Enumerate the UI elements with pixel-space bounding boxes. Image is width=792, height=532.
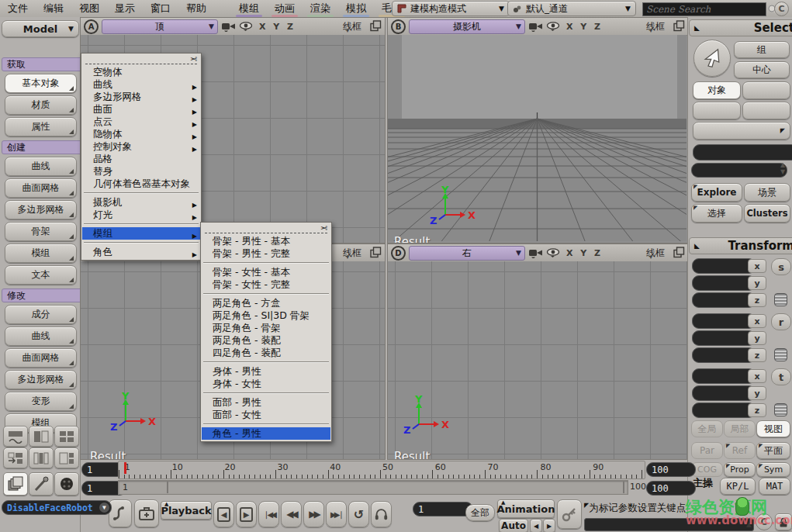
model-submenu-item-16[interactable]: 面部 - 女性 bbox=[202, 409, 330, 421]
go-last-frame-button[interactable]: ▶▶❘ bbox=[326, 501, 347, 527]
viewport-letter-badge[interactable]: A bbox=[84, 19, 99, 34]
viewport-letter-badge[interactable]: B bbox=[391, 19, 406, 34]
selection-text-field-2[interactable] bbox=[691, 163, 787, 178]
sym-button[interactable]: ◤Sym bbox=[756, 462, 790, 477]
playback-panel-button[interactable]: ▲ Playback bbox=[161, 501, 212, 520]
animation-menu-button[interactable]: ▲ Animation bbox=[497, 499, 555, 518]
filter-button-blank-3[interactable] bbox=[742, 102, 790, 119]
mat-button[interactable]: MAT bbox=[759, 478, 790, 495]
transform-s-z-axis-button[interactable]: z bbox=[748, 293, 766, 307]
menubar-item-5[interactable]: 帮助 bbox=[178, 0, 214, 17]
transform-t-y-field[interactable] bbox=[692, 385, 756, 401]
resize-viewport-icon[interactable] bbox=[673, 247, 685, 258]
model-submenu-item-15[interactable]: 面部 - 男性 bbox=[202, 396, 330, 409]
model-submenu-item-6[interactable]: 两足角色 - 方盒 bbox=[202, 297, 330, 309]
split-vertical-layout-button[interactable] bbox=[29, 426, 54, 447]
model-submenu-item-8[interactable]: 两足角色 - 骨架 bbox=[202, 322, 330, 334]
transform-t-x-axis-button[interactable]: x bbox=[748, 369, 766, 383]
layers-button[interactable] bbox=[3, 472, 28, 496]
wand-button[interactable] bbox=[29, 472, 54, 496]
shading-mode-dropdown[interactable]: 线框 bbox=[343, 247, 361, 260]
viewport-view-dropdown[interactable]: 摄影机 ▼ bbox=[409, 19, 525, 34]
menubar-module-1[interactable]: 动画 bbox=[267, 0, 303, 17]
resize-viewport-icon[interactable] bbox=[673, 20, 685, 32]
selection-button[interactable]: ◤选择 bbox=[691, 204, 742, 223]
plot-tools-button[interactable] bbox=[134, 499, 159, 527]
fast-back-button[interactable]: ◀◀ bbox=[281, 501, 302, 527]
scene-search-input[interactable] bbox=[643, 4, 767, 15]
transform-panel-header[interactable]: ◣ Transform bbox=[689, 237, 792, 254]
primitives-menu-item-11[interactable]: 摄影机▶ bbox=[82, 196, 200, 209]
primitives-menu-item-16[interactable]: 角色▶ bbox=[82, 246, 200, 258]
global-mode-button[interactable]: 全局 bbox=[691, 420, 723, 437]
select-tool-button[interactable] bbox=[693, 40, 731, 77]
viewport-view-dropdown[interactable]: 右 ▼ bbox=[409, 246, 525, 261]
transform-r-z-field[interactable] bbox=[692, 347, 756, 363]
palette-button[interactable] bbox=[54, 472, 79, 496]
primitives-menu-item-12[interactable]: 灯光▶ bbox=[82, 209, 200, 221]
left-button-成分[interactable]: 成分 bbox=[5, 305, 77, 324]
menu-tearoff-strip[interactable]: ✂ bbox=[85, 56, 197, 64]
model-submenu-item-0[interactable]: 骨架 - 男性 - 基本 bbox=[202, 235, 330, 247]
left-button-曲线[interactable]: 曲线 bbox=[5, 326, 77, 346]
eye-icon[interactable] bbox=[546, 247, 560, 258]
model-submenu-item-3[interactable]: 骨架 - 女性 - 基本 bbox=[202, 266, 330, 278]
transform-r-button[interactable]: r bbox=[771, 313, 791, 330]
shading-mode-dropdown[interactable]: 线框 bbox=[646, 247, 665, 260]
step-forward-button[interactable]: ▶ bbox=[236, 501, 257, 527]
transform-t-z-axis-button[interactable]: z bbox=[748, 403, 766, 417]
kpl-button[interactable]: KP/L bbox=[720, 478, 756, 495]
prev-arrow-button[interactable]: ◀ bbox=[530, 519, 542, 532]
resize-viewport-icon[interactable] bbox=[370, 247, 382, 258]
model-submenu-item-12[interactable]: 身体 - 男性 bbox=[202, 365, 330, 378]
cog-button[interactable]: COG bbox=[691, 462, 723, 477]
par-mode-button[interactable]: Par bbox=[691, 442, 723, 459]
step-back-button[interactable]: ◀ bbox=[213, 501, 234, 527]
transform-r-y-field[interactable] bbox=[692, 330, 756, 346]
model-submenu-item-18[interactable]: 角色 - 男性 bbox=[202, 427, 330, 440]
transform-s-y-axis-button[interactable]: y bbox=[748, 276, 766, 290]
model-submenu-item-9[interactable]: 两足角色 - 装配 bbox=[202, 334, 330, 347]
current-frame-field[interactable]: 1 bbox=[413, 502, 473, 516]
range-handle[interactable] bbox=[623, 482, 624, 493]
shading-mode-dropdown[interactable]: 线框 bbox=[343, 20, 361, 33]
filter-button-blank-1[interactable] bbox=[742, 81, 790, 99]
transform-s-z-field[interactable] bbox=[692, 292, 756, 308]
timeline-end-field[interactable]: 100 bbox=[646, 462, 696, 477]
group-button[interactable]: 组 bbox=[734, 41, 790, 58]
transform-s-x-field[interactable] bbox=[692, 258, 756, 274]
transform-t-y-axis-button[interactable]: y bbox=[748, 386, 766, 400]
transform-r-z-axis-button[interactable]: z bbox=[748, 348, 766, 362]
explore-button[interactable]: ◤Explore bbox=[691, 183, 742, 202]
loop-button[interactable]: ↺ bbox=[348, 501, 369, 527]
left-button-文本[interactable]: 文本 bbox=[5, 265, 77, 285]
model-submenu-item-7[interactable]: 两足角色 - SI|3D 骨架 bbox=[202, 309, 330, 322]
transform-r-x-field[interactable] bbox=[692, 313, 756, 329]
left-button-曲面网格[interactable]: 曲面网格 bbox=[5, 348, 77, 368]
quad-layout-button[interactable] bbox=[54, 426, 79, 447]
viewport-view-dropdown[interactable]: 顶 ▼ bbox=[102, 19, 218, 34]
scene-search-box[interactable] bbox=[642, 2, 766, 16]
left-button-曲面网格[interactable]: 曲面网格 bbox=[5, 178, 77, 198]
left-button-模组[interactable]: 模组 bbox=[5, 244, 77, 263]
primitives-menu-item-3[interactable]: 曲面▶ bbox=[82, 103, 200, 116]
selection-text-field-1[interactable] bbox=[693, 144, 792, 161]
axis-filter-buttons[interactable]: X Y Z bbox=[566, 248, 603, 258]
menubar-item-2[interactable]: 视图 bbox=[71, 0, 107, 17]
camera-icon[interactable] bbox=[528, 247, 543, 258]
left-button-骨架[interactable]: 骨架 bbox=[5, 222, 77, 241]
viewport-b[interactable]: B 摄影机 ▼ X Y Z 线框 Y X bbox=[387, 17, 689, 244]
menubar-module-0[interactable]: 模组 bbox=[231, 0, 267, 17]
primitives-menu-item-8[interactable]: 替身 bbox=[82, 165, 200, 178]
local-mode-button[interactable]: 局部 bbox=[724, 420, 756, 437]
menubar-item-4[interactable]: 窗口 bbox=[143, 0, 178, 17]
model-submenu-item-4[interactable]: 骨架 - 女性 - 完整 bbox=[202, 278, 330, 291]
primitives-menu-item-4[interactable]: 点云▶ bbox=[82, 116, 200, 128]
effects-dropdown[interactable]: DisableFaceRobot ▼ bbox=[2, 500, 112, 515]
resize-viewport-icon[interactable] bbox=[370, 20, 382, 32]
camera-icon[interactable] bbox=[528, 21, 543, 32]
module-switcher-dropdown[interactable]: Model ▼ bbox=[2, 20, 79, 37]
camera-icon[interactable] bbox=[221, 21, 236, 32]
menubar-item-0[interactable]: 文件 bbox=[0, 0, 36, 17]
auto-key-button[interactable]: Auto bbox=[499, 519, 528, 532]
